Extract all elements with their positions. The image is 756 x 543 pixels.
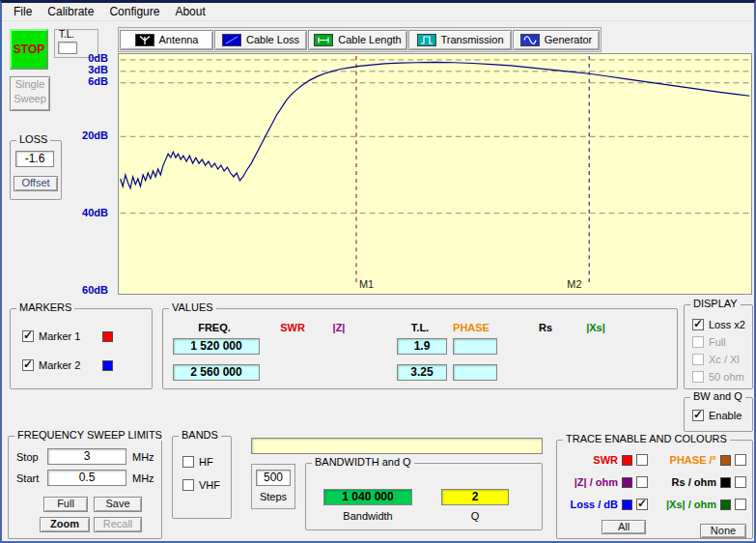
stop-label: Stop xyxy=(16,451,39,463)
menu-about[interactable]: About xyxy=(167,3,212,20)
marker-2-checkbox[interactable] xyxy=(22,359,34,371)
markers-group: MARKERS Marker 1 Marker 2 xyxy=(10,308,153,389)
no-traces-button[interactable]: None xyxy=(700,524,746,538)
start-freq-input[interactable]: 0.5 xyxy=(47,470,126,486)
q-value: 2 xyxy=(441,489,509,505)
loss-offset-value[interactable]: -1.6 xyxy=(15,151,54,167)
trace-phase-row: PHASE /° xyxy=(654,454,746,466)
xs-trace-checkbox[interactable] xyxy=(735,499,746,510)
display-group: DISPLAY Loss x2 Full Xc / Xl 50 ohm xyxy=(684,304,753,389)
marker-2-color-swatch[interactable] xyxy=(102,360,113,371)
recall-button[interactable]: Recall xyxy=(94,517,142,532)
loss-trace-checkbox[interactable] xyxy=(636,499,648,510)
toolbar-button-cable-loss-label: Cable Loss xyxy=(246,34,299,45)
bwq-enable-checkbox[interactable] xyxy=(692,410,704,421)
loss-trace xyxy=(121,62,750,188)
toolbar-button-cable-length-label: Cable Length xyxy=(338,34,401,45)
transmission-icon xyxy=(417,34,436,46)
y-axis-label: 20dB xyxy=(62,129,108,141)
marker-2-phase-value xyxy=(453,364,497,381)
trace-xs-row: |Xs| / ohm xyxy=(654,499,746,510)
bands-group-title: BANDS xyxy=(179,429,221,441)
menu-file[interactable]: File xyxy=(6,3,40,20)
q-label: Q xyxy=(441,510,509,522)
app-window: File Calibrate Configure About STOP T.L.… xyxy=(0,0,756,543)
bandwidth-and-q-group: BANDWIDTH and Q 1 040 000 Bandwidth 2 Q xyxy=(305,463,543,530)
single-sweep-button[interactable]: Single Sweep xyxy=(10,76,50,111)
toolbar-button-generator-label: Generator xyxy=(545,34,593,45)
hf-checkbox[interactable] xyxy=(182,456,194,468)
bandwidth-label: Bandwidth xyxy=(323,510,412,522)
loss-group-title: LOSS xyxy=(16,133,50,145)
vhf-label: VHF xyxy=(199,479,220,491)
menu-bar: File Calibrate Configure About xyxy=(2,3,754,21)
stop-freq-input[interactable]: 3 xyxy=(47,448,126,465)
toolbar-button-antenna-label: Antenna xyxy=(159,34,199,45)
antenna-icon xyxy=(135,34,154,46)
trace-swr-row: SWR xyxy=(565,454,648,466)
phase-trace-checkbox[interactable] xyxy=(735,454,746,466)
z-trace-checkbox[interactable] xyxy=(636,476,648,488)
swr-trace-checkbox[interactable] xyxy=(636,454,648,466)
offset-button[interactable]: Offset xyxy=(14,176,58,191)
loss-x2-checkbox[interactable] xyxy=(692,319,704,330)
y-axis: 0dB3dB6dB20dB40dB60dB xyxy=(62,3,112,304)
zoom-button[interactable]: Zoom xyxy=(40,517,90,532)
values-group: VALUES FREQ. SWR |Z| T.L. PHASE Rs |Xs| … xyxy=(162,308,678,389)
bands-group: BANDS HF VHF xyxy=(172,436,232,519)
loss-color-swatch[interactable] xyxy=(622,500,632,510)
message-field[interactable] xyxy=(251,438,543,454)
toolbar-button-generator[interactable]: Generator xyxy=(513,30,600,50)
trace-enable-group: TRACE ENABLE AND COLOURS SWR |Z| / ohm L… xyxy=(556,440,753,539)
xc-xl-checkbox[interactable] xyxy=(692,354,704,365)
toolbar-button-cable-loss[interactable]: Cable Loss xyxy=(214,30,307,50)
band-vhf-row: VHF xyxy=(182,479,220,491)
marker-label-m2: M2 xyxy=(567,278,581,290)
trace-loss-label: Loss / dB xyxy=(570,499,618,510)
cable-length-icon xyxy=(314,34,333,46)
display-loss-x2-row: Loss x2 xyxy=(692,319,745,330)
y-axis-label: 40dB xyxy=(62,207,108,218)
steps-input[interactable]: 500 xyxy=(256,470,291,486)
trace-phase-label: PHASE /° xyxy=(670,454,716,466)
xs-color-swatch[interactable] xyxy=(720,500,731,510)
rs-color-swatch[interactable] xyxy=(720,477,731,488)
values-header-phase: PHASE xyxy=(449,322,493,333)
values-header-rs: Rs xyxy=(528,322,563,333)
fifty-ohm-checkbox[interactable] xyxy=(692,371,704,383)
xc-xl-label: Xc / Xl xyxy=(709,354,740,365)
toolbar-button-cable-length[interactable]: Cable Length xyxy=(308,30,407,50)
phase-color-swatch[interactable] xyxy=(720,455,731,466)
marker-1-checkbox[interactable] xyxy=(22,330,34,342)
y-axis-label: 6dB xyxy=(62,75,108,87)
z-color-swatch[interactable] xyxy=(622,477,632,488)
steps-box: 500 Steps xyxy=(251,464,295,509)
chart-plot-area: M1M2 xyxy=(118,53,752,295)
save-button[interactable]: Save xyxy=(94,497,142,512)
trace-group-title: TRACE ENABLE AND COLOURS xyxy=(563,433,730,444)
hf-label: HF xyxy=(199,456,213,468)
full-button[interactable]: Full xyxy=(43,497,88,512)
display-xc-xl-row: Xc / Xl xyxy=(692,354,740,365)
marker-1-freq-value: 1 520 000 xyxy=(173,338,260,355)
toolbar-button-transmission[interactable]: Transmission xyxy=(408,30,512,50)
display-50-ohm-row: 50 ohm xyxy=(692,371,744,383)
full-checkbox[interactable] xyxy=(692,336,704,348)
marker-1-row: Marker 1 xyxy=(22,330,113,342)
toolbar-button-antenna[interactable]: Antenna xyxy=(120,30,213,50)
band-hf-row: HF xyxy=(182,456,213,468)
vhf-checkbox[interactable] xyxy=(182,479,194,491)
all-traces-button[interactable]: All xyxy=(602,520,646,534)
values-header-tl: T.L. xyxy=(401,322,439,333)
cable-loss-icon xyxy=(222,34,241,46)
rs-trace-checkbox[interactable] xyxy=(735,476,746,488)
bandwidth-group-title: BANDWIDTH and Q xyxy=(312,456,414,468)
values-group-title: VALUES xyxy=(169,301,216,313)
generator-icon xyxy=(520,34,540,46)
y-axis-label: 0dB xyxy=(62,52,108,64)
swr-color-swatch[interactable] xyxy=(622,455,632,466)
marker-1-color-swatch[interactable] xyxy=(102,331,113,342)
bwq-enable-row: Enable xyxy=(692,410,742,421)
values-header-freq: FREQ. xyxy=(184,322,244,333)
stop-button[interactable]: STOP xyxy=(10,29,48,70)
